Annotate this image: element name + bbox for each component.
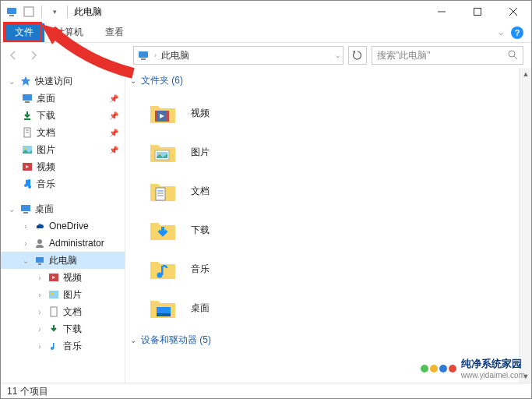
svg-rect-32 bbox=[49, 291, 58, 298]
chevron-down-icon[interactable]: ⌄ bbox=[7, 205, 16, 214]
pin-icon: 📌 bbox=[109, 146, 118, 154]
tree-item-music[interactable]: 音乐 bbox=[1, 175, 125, 192]
scroll-down-icon[interactable]: ▼ bbox=[520, 370, 532, 383]
tree-item-documents[interactable]: 文档 📌 bbox=[1, 124, 125, 141]
star-icon bbox=[19, 75, 32, 87]
qat-item[interactable] bbox=[21, 4, 37, 19]
file-tab[interactable]: 文件 bbox=[4, 23, 44, 42]
minimize-button[interactable] bbox=[424, 1, 460, 23]
tree-item-music[interactable]: › 音乐 bbox=[1, 337, 125, 355]
tree-item-onedrive[interactable]: › OneDrive bbox=[1, 217, 125, 235]
maximize-button[interactable] bbox=[460, 1, 495, 23]
chevron-down-icon[interactable]: ⌄ bbox=[7, 77, 16, 86]
music-icon bbox=[48, 340, 60, 352]
search-input[interactable]: 搜索"此电脑" bbox=[372, 46, 523, 65]
tree-item-this-pc[interactable]: ⌄ 此电脑 bbox=[1, 252, 125, 269]
content-pane[interactable]: ⌄ 文件夹 (6) 视频 图片 文档 下载 bbox=[125, 68, 519, 383]
pin-icon: 📌 bbox=[109, 111, 118, 120]
group-header-folders[interactable]: ⌄ 文件夹 (6) bbox=[125, 68, 519, 94]
desktop-folder-icon bbox=[149, 294, 177, 322]
tree-item-documents[interactable]: › 文档 bbox=[1, 303, 125, 320]
chevron-down-icon[interactable]: ⌄ bbox=[130, 76, 136, 85]
close-button[interactable] bbox=[495, 1, 531, 23]
music-folder-icon bbox=[149, 255, 177, 283]
tree-desktop-root[interactable]: ⌄ 桌面 bbox=[1, 200, 125, 217]
svg-rect-52 bbox=[157, 313, 171, 316]
folder-item-videos[interactable]: 视频 bbox=[125, 94, 519, 132]
svg-rect-3 bbox=[9, 15, 14, 16]
picture-folder-icon bbox=[149, 138, 177, 166]
help-icon[interactable]: ? bbox=[511, 26, 523, 39]
nav-back-button[interactable] bbox=[4, 46, 23, 65]
svg-rect-16 bbox=[25, 101, 30, 103]
tree-quick-access[interactable]: ⌄ 快速访问 bbox=[1, 72, 125, 90]
tree-item-videos[interactable]: › 视频 bbox=[1, 269, 125, 286]
tree-item-desktop[interactable]: 桌面 📌 bbox=[1, 90, 125, 107]
svg-rect-36 bbox=[53, 343, 55, 348]
folder-item-music[interactable]: 音乐 bbox=[125, 249, 519, 288]
svg-rect-38 bbox=[155, 111, 157, 122]
scroll-up-icon[interactable]: ▲ bbox=[520, 68, 532, 80]
address-location[interactable]: 此电脑 bbox=[161, 49, 331, 62]
user-icon bbox=[33, 237, 46, 249]
chevron-right-icon[interactable]: › bbox=[35, 325, 44, 334]
picture-icon bbox=[21, 143, 33, 156]
folder-item-documents[interactable]: 文档 bbox=[125, 171, 519, 210]
document-icon bbox=[21, 126, 33, 139]
address-box[interactable]: › 此电脑 ⌵ bbox=[133, 46, 344, 65]
computer-tab[interactable]: 计算机 bbox=[44, 23, 94, 41]
chevron-right-icon[interactable]: › bbox=[35, 291, 44, 299]
window-controls bbox=[424, 1, 531, 23]
document-icon bbox=[48, 305, 60, 318]
tree-item-pictures[interactable]: › 图片 bbox=[1, 286, 125, 303]
separator bbox=[41, 5, 42, 18]
svg-rect-25 bbox=[21, 205, 30, 211]
group-header-devices[interactable]: ⌄ 设备和驱动器 (5) bbox=[125, 327, 519, 353]
music-icon bbox=[21, 178, 33, 190]
ribbon-expand-icon[interactable]: ⌵ bbox=[499, 28, 503, 37]
pin-icon: 📌 bbox=[109, 129, 118, 137]
video-icon bbox=[48, 271, 60, 284]
svg-point-27 bbox=[37, 239, 42, 244]
svg-rect-26 bbox=[23, 212, 28, 214]
tree-item-downloads[interactable]: 下载 📌 bbox=[1, 107, 125, 124]
navigation-pane[interactable]: ⌄ 快速访问 桌面 📌 下载 📌 文档 📌 图片 📌 视频 bbox=[1, 68, 125, 383]
folder-item-pictures[interactable]: 图片 bbox=[125, 132, 519, 171]
svg-rect-28 bbox=[36, 257, 44, 263]
tree-item-videos[interactable]: 视频 bbox=[1, 158, 125, 175]
svg-rect-9 bbox=[139, 51, 148, 58]
svg-rect-44 bbox=[156, 188, 165, 200]
svg-marker-14 bbox=[21, 76, 30, 86]
qat-dropdown-icon[interactable]: ▾ bbox=[47, 4, 62, 19]
chevron-right-icon[interactable]: › bbox=[35, 342, 44, 351]
tree-item-user[interactable]: › Administrator bbox=[1, 235, 125, 252]
pc-icon bbox=[137, 49, 150, 62]
chevron-right-icon[interactable]: › bbox=[35, 308, 44, 316]
pc-icon bbox=[33, 254, 46, 267]
download-icon bbox=[48, 323, 60, 335]
status-text: 11 个项目 bbox=[7, 385, 48, 398]
nav-forward-button[interactable] bbox=[24, 46, 43, 65]
chevron-down-icon[interactable]: ⌄ bbox=[130, 336, 136, 344]
svg-rect-29 bbox=[38, 263, 41, 265]
svg-point-33 bbox=[51, 293, 54, 295]
desktop-icon bbox=[19, 203, 32, 215]
tree-item-downloads[interactable]: › 下载 bbox=[1, 320, 125, 337]
refresh-button[interactable] bbox=[348, 46, 367, 65]
address-bar-row: › 此电脑 ⌵ 搜索"此电脑" bbox=[1, 43, 531, 68]
svg-rect-50 bbox=[161, 266, 164, 275]
chevron-right-icon[interactable]: › bbox=[21, 222, 30, 231]
svg-line-13 bbox=[514, 56, 517, 59]
tree-item-pictures[interactable]: 图片 📌 bbox=[1, 141, 125, 158]
view-tab[interactable]: 查看 bbox=[94, 23, 135, 41]
address-dropdown-icon[interactable]: ⌵ bbox=[336, 51, 340, 59]
vertical-scrollbar[interactable]: ▲ ▼ bbox=[519, 68, 531, 383]
chevron-down-icon[interactable]: ⌄ bbox=[21, 256, 30, 265]
chevron-right-icon[interactable]: › bbox=[35, 274, 44, 282]
svg-rect-10 bbox=[141, 58, 146, 60]
quick-access-toolbar: ▾ bbox=[1, 4, 71, 19]
folder-item-downloads[interactable]: 下载 bbox=[125, 210, 519, 249]
chevron-right-icon[interactable]: › bbox=[21, 239, 30, 248]
folder-item-desktop[interactable]: 桌面 bbox=[125, 288, 519, 327]
document-folder-icon bbox=[149, 177, 177, 205]
